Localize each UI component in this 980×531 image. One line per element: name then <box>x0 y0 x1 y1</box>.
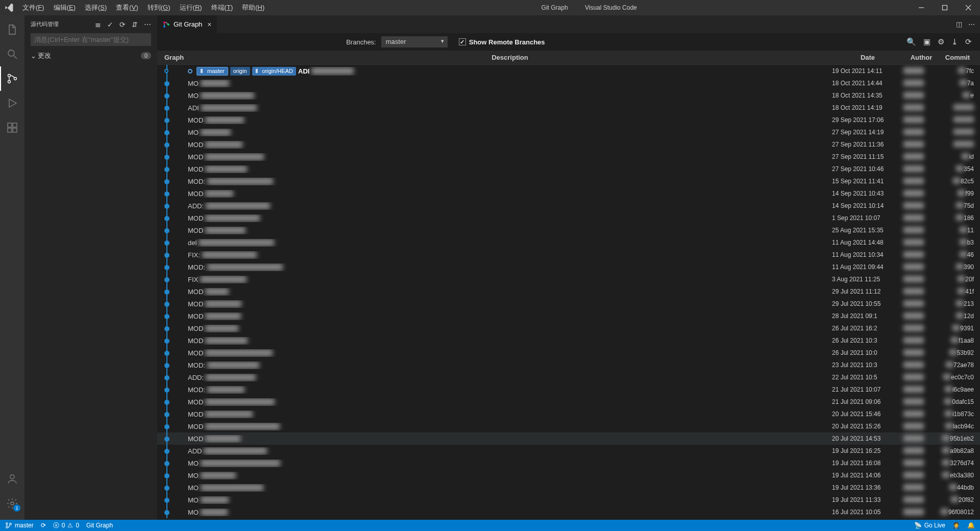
toolbar-fetch-icon[interactable]: ⤓ <box>951 37 958 46</box>
svg-point-20 <box>256 69 257 71</box>
commit-row[interactable]: FIX:x11 Aug 2021 10:34xxx46 <box>157 249 980 261</box>
commit-row[interactable]: ADD:x22 Jul 2021 10:5xxxec0c7c0 <box>157 371 980 383</box>
commit-hash: xf99 <box>939 190 980 197</box>
commit-row[interactable]: MODx14 Sep 2021 10:43xxxf99 <box>157 187 980 200</box>
run-debug-icon[interactable] <box>0 91 24 115</box>
commit-row[interactable]: ADDx19 Jul 2021 16:25xxxa9b82a8 <box>157 445 980 457</box>
svg-point-4 <box>8 50 14 56</box>
menu-e[interactable]: 编辑(E) <box>50 1 80 14</box>
more-icon[interactable]: ⋯ <box>144 20 151 29</box>
commit-row[interactable]: MODx29 Jul 2021 11:12xxx41f <box>157 285 980 298</box>
commit-row[interactable]: MODx26 Jul 2021 10:0xxx53b92 <box>157 347 980 359</box>
toolbar-settings-icon[interactable]: ⚙ <box>938 37 944 46</box>
split-editor-icon[interactable]: ◫ <box>956 20 962 28</box>
tab-close-icon[interactable]: × <box>207 20 211 29</box>
redacted-text: x <box>202 251 257 258</box>
commit-row[interactable]: MOx19 Jul 2021 11:33xxx20f82 <box>157 494 980 506</box>
status-golive[interactable]: 📡Go Live <box>914 522 945 529</box>
commit-row[interactable]: MODx27 Sep 2021 10:46xxx354 <box>157 163 980 175</box>
commit-row[interactable]: FIXx3 Aug 2021 11:25xxx20f <box>157 273 980 285</box>
status-branch[interactable]: master <box>5 522 34 529</box>
commit-date: 23 Jul 2021 10:3 <box>832 361 903 369</box>
commit-row[interactable]: ADIx18 Oct 2021 14:19xxx <box>157 102 980 114</box>
status-sync[interactable]: ⟳ <box>41 522 46 529</box>
ref-origin-head[interactable]: origin/HEAD <box>252 67 297 76</box>
status-gitgraph[interactable]: Git Graph <box>86 522 113 529</box>
accounts-icon[interactable] <box>0 467 24 491</box>
commit-row[interactable]: MODx28 Jul 2021 09:1xxx12d <box>157 310 980 322</box>
menu-g[interactable]: 转到(G) <box>143 1 175 14</box>
commit-row[interactable]: MOx18 Oct 2021 14:44xxx7a <box>157 77 980 89</box>
explorer-icon[interactable] <box>0 17 24 42</box>
commit-row[interactable]: MOx19 Jul 2021 14:06xxxeb3a380 <box>157 469 980 481</box>
menu-r[interactable]: 运行(R) <box>176 1 206 14</box>
close-button[interactable] <box>957 0 980 15</box>
redacted-author: xx <box>903 67 924 74</box>
settings-gear-icon[interactable]: 1 <box>0 491 24 516</box>
commit-row[interactable]: MODx26 Jul 2021 16:2xxx9391 <box>157 322 980 334</box>
minimize-button[interactable] <box>910 0 933 15</box>
commit-row[interactable]: MODx25 Aug 2021 15:35xxx11 <box>157 224 980 236</box>
commit-row[interactable]: MODx27 Sep 2021 11:15xxxid <box>157 151 980 163</box>
commit-row[interactable]: MODx27 Sep 2021 11:36xxx <box>157 138 980 151</box>
commit-row[interactable]: MOx19 Jul 2021 13:36xxx44bdb <box>157 481 980 494</box>
commit-row[interactable]: MODx29 Sep 2021 17:06xxx <box>157 114 980 126</box>
commit-row[interactable]: MOx19 Jul 2021 16:08xxx3276d74 <box>157 457 980 469</box>
toolbar-refresh-icon[interactable]: ⟳ <box>965 37 972 46</box>
status-feedback-icon[interactable]: 🤵 <box>952 522 960 529</box>
commit-row[interactable]: MODx20 Jul 2021 15:26xxxlacb94c <box>157 420 980 432</box>
commit-row[interactable]: MOD:x23 Jul 2021 10:3xxx72ae78 <box>157 359 980 371</box>
commit-row[interactable]: MODx20 Jul 2021 14:53xxx95b1eb2 <box>157 432 980 445</box>
menu-f[interactable]: 文件(F) <box>18 1 48 14</box>
commit-row[interactable]: MOx16 Jul 2021 10:05xxx96f08012 <box>157 506 980 518</box>
status-problems[interactable]: ⓧ0 ⚠0 <box>53 521 79 530</box>
col-graph[interactable]: Graph <box>157 54 188 61</box>
commit-row[interactable]: MODx1 Sep 2021 10:07xxx186 <box>157 212 980 224</box>
commit-row[interactable]: MOx18 Oct 2021 14:35xxxe <box>157 89 980 102</box>
commit-row[interactable]: ADD:x14 Sep 2021 10:14xxx75d <box>157 200 980 212</box>
commit-row[interactable]: delx11 Aug 2021 14:48xxxb3 <box>157 236 980 249</box>
col-date[interactable]: Date <box>832 54 903 61</box>
commit-row[interactable]: MOD:x11 Aug 2021 09:44xxx390 <box>157 261 980 273</box>
tab-more-icon[interactable]: ⋯ <box>968 20 975 28</box>
commit-row[interactable]: MOD:x15 Sep 2021 11:41xxx82c5 <box>157 175 980 187</box>
ref-origin[interactable]: origin <box>230 67 250 76</box>
redacted-author: xx <box>903 276 924 282</box>
branch-select[interactable]: master <box>381 36 448 47</box>
view-tree-icon[interactable]: ≣ <box>95 20 101 29</box>
commit-check-icon[interactable]: ✓ <box>107 20 113 29</box>
col-commit[interactable]: Commit <box>939 54 980 61</box>
search-icon[interactable] <box>0 42 24 66</box>
toolbar-terminal-icon[interactable]: ▣ <box>923 37 930 46</box>
commit-message-input[interactable] <box>31 33 151 46</box>
col-description[interactable]: Description <box>188 54 832 61</box>
menu-t[interactable]: 终端(T) <box>207 1 237 14</box>
ref-master[interactable]: master <box>197 67 228 76</box>
menu-s[interactable]: 选择(S) <box>81 1 111 14</box>
commit-date: 27 Sep 2021 10:46 <box>832 165 903 173</box>
commit-message: ADD <box>188 447 202 455</box>
status-bell-icon[interactable]: 🔔 <box>967 522 975 529</box>
commit-hash: xe <box>939 92 980 99</box>
menu-v[interactable]: 查看(V) <box>112 1 142 14</box>
maximize-button[interactable] <box>933 0 957 15</box>
toolbar-search-icon[interactable]: 🔍 <box>906 37 916 46</box>
col-author[interactable]: Author <box>903 54 939 61</box>
commit-row[interactable]: MODx21 Jul 2021 09:06xxx0dafc15 <box>157 396 980 408</box>
stage-icon[interactable]: ⇵ <box>132 20 138 29</box>
show-remote-checkbox[interactable]: ✓ Show Remote Branches <box>459 38 545 46</box>
source-control-icon[interactable] <box>0 66 24 91</box>
commit-row[interactable]: MOD:x21 Jul 2021 10:07xxxi6c9aee <box>157 383 980 396</box>
commit-row[interactable]: MODx26 Jul 2021 10:3xxxf1aa8 <box>157 334 980 347</box>
commit-row[interactable]: MOx27 Sep 2021 14:19xxx <box>157 126 980 138</box>
commit-message: MO <box>188 484 199 492</box>
tab-git-graph[interactable]: Git Graph × <box>157 15 217 33</box>
extensions-icon[interactable] <box>0 115 24 140</box>
refresh-icon[interactable]: ⟳ <box>119 20 126 29</box>
changes-section[interactable]: ⌄ 更改 0 <box>24 50 157 61</box>
menu-h[interactable]: 帮助(H) <box>238 1 268 14</box>
commit-row[interactable]: MODx29 Jul 2021 10:55xxx213 <box>157 298 980 310</box>
commit-row[interactable]: MODx20 Jul 2021 15:46xxxi1b873c <box>157 408 980 420</box>
commit-date: 27 Sep 2021 11:36 <box>832 141 903 148</box>
commit-row[interactable]: masteroriginorigin/HEADADIx19 Oct 2021 1… <box>157 65 980 77</box>
